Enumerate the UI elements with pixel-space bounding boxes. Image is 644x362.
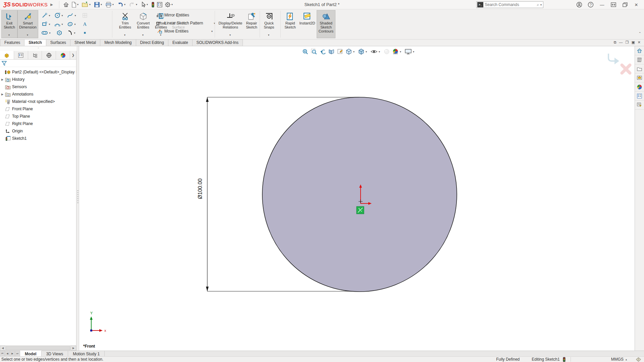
hide-show-items-button[interactable]: ▾ <box>370 48 381 55</box>
rapid-sketch-button[interactable]: Rapid Sketch <box>282 10 298 38</box>
expand-caret-icon[interactable]: ▶ <box>0 93 5 96</box>
new-document-button[interactable]: ▾ <box>70 1 81 9</box>
doc-minimize-icon[interactable]: — <box>619 40 623 45</box>
tab-motion-study-1[interactable]: Motion Study 1 <box>68 351 105 356</box>
tab-sketch[interactable]: Sketch <box>24 39 46 46</box>
design-library-button[interactable] <box>635 55 644 64</box>
restore-button[interactable] <box>620 1 630 9</box>
custom-properties-button[interactable] <box>635 92 644 101</box>
quick-snaps-button[interactable]: Quick Snaps ▾ <box>262 10 276 38</box>
dropdown-icon[interactable]: ▾ <box>142 33 144 37</box>
spline-tool-button[interactable]: ▾ <box>66 11 78 20</box>
annotation-views-button[interactable]: A <box>337 48 343 55</box>
help-button[interactable]: ? <box>586 1 596 9</box>
rectangle-tool-button[interactable]: ▾ <box>40 20 53 28</box>
arc-tool-button[interactable]: ▾ <box>53 20 66 28</box>
sketch-circle[interactable] <box>262 97 457 292</box>
panel-splitter[interactable] <box>76 46 79 351</box>
dropdown-icon[interactable]: ▾ <box>74 14 76 17</box>
search-icon[interactable]: ⌕ <box>537 2 539 7</box>
tab-3d-views[interactable]: 3D Views <box>42 351 68 356</box>
move-entities-button[interactable]: Move Entities ▾ <box>156 27 216 35</box>
dropdown-icon[interactable]: ▾ <box>27 33 28 37</box>
sketch-canvas[interactable]: Ø100.00 Y x <box>79 46 635 351</box>
home-button[interactable] <box>62 1 70 9</box>
ellipse-tool-button[interactable]: ▾ <box>66 20 78 28</box>
tree-item-material[interactable]: Material <not specified> <box>0 98 76 105</box>
dropdown-icon[interactable]: ▾ <box>61 23 63 26</box>
file-properties-button[interactable] <box>156 1 164 9</box>
tab-model[interactable]: Model <box>20 351 42 356</box>
dropdown-icon[interactable]: ▾ <box>61 14 63 17</box>
tree-item-origin[interactable]: Origin <box>0 127 76 135</box>
tab-featuremanager-tree[interactable] <box>0 51 14 59</box>
previous-view-button[interactable] <box>319 48 326 55</box>
dropdown-icon[interactable]: ▾ <box>49 23 50 26</box>
search-commands-box[interactable]: >_ ⌕ ▾ <box>476 1 543 8</box>
exit-sketch-button[interactable]: Exit Sketch ▾ <box>1 10 17 38</box>
panel-pin-icon[interactable]: ◦ <box>38 46 39 50</box>
tree-item-sketch1[interactable]: Sketch1 <box>0 135 76 142</box>
zoom-to-fit-button[interactable] <box>302 48 309 55</box>
tree-item-front-plane[interactable]: Front Plane <box>0 105 76 113</box>
sketch-picture-button[interactable] <box>78 11 91 20</box>
tab-scroll-first-icon[interactable]: ⏮ <box>0 351 5 356</box>
panel-horizontal-scrollbar[interactable]: ◀ ▶ <box>0 345 76 351</box>
relation-badge[interactable] <box>357 206 364 214</box>
filter-funnel-icon[interactable] <box>1 61 7 66</box>
tab-displaymanager[interactable] <box>56 51 70 59</box>
instant2d-button[interactable]: Instant2D <box>298 10 317 38</box>
splitter-grip[interactable] <box>77 190 78 204</box>
dropdown-icon[interactable]: ▾ <box>89 3 91 6</box>
dropdown-icon[interactable]: ▾ <box>353 50 355 53</box>
convert-entities-button[interactable]: Convert Entities ▾ <box>134 10 152 38</box>
slot-tool-button[interactable]: ▾ <box>40 28 53 37</box>
dropdown-icon[interactable]: ▾ <box>147 3 148 6</box>
doc-close-icon[interactable]: ✕ <box>638 40 641 45</box>
dropdown-icon[interactable]: ▾ <box>112 3 114 6</box>
options-button[interactable]: ▾ <box>164 1 175 9</box>
dimension-text[interactable]: Ø100.00 <box>197 178 203 199</box>
dropdown-icon[interactable]: ▾ <box>124 3 125 6</box>
section-view-button[interactable] <box>328 48 335 55</box>
units-dropdown-icon[interactable]: ▴ <box>626 358 627 361</box>
dropdown-icon[interactable]: ▾ <box>413 50 414 53</box>
cancel-sketch-icon[interactable] <box>622 65 630 73</box>
dropdown-icon[interactable]: ▾ <box>74 23 75 26</box>
tab-propertymanager[interactable] <box>14 51 28 59</box>
undo-button[interactable]: ▾ <box>116 1 128 9</box>
mirror-entities-button[interactable]: Mirror Entities <box>156 11 216 19</box>
repair-sketch-button[interactable]: Repair Sketch <box>244 10 260 38</box>
view-palette-button[interactable] <box>635 73 644 82</box>
polygon-tool-button[interactable] <box>53 28 66 37</box>
stretch-button[interactable] <box>608 1 619 9</box>
print-button[interactable]: ▾ <box>104 1 116 9</box>
view-settings-button[interactable]: ▾ <box>405 48 416 55</box>
linear-sketch-pattern-button[interactable]: Linear Sketch Pattern ▾ <box>156 19 216 27</box>
appearances-scenes-button[interactable] <box>635 82 644 92</box>
tab-scroll-left-icon[interactable]: ◀ <box>5 351 10 356</box>
dropdown-icon[interactable]: ▾ <box>211 30 213 33</box>
trim-entities-button[interactable]: Trim Entities ▾ <box>116 10 134 38</box>
expand-caret-icon[interactable]: ▶ <box>0 78 5 81</box>
select-button[interactable]: ▾ <box>140 1 150 9</box>
tab-dimxpertmanager[interactable] <box>42 51 56 59</box>
graphics-viewport[interactable]: Ø100.00 Y x <box>79 46 635 351</box>
tab-scroll-last-icon[interactable]: ⏭ <box>15 351 20 356</box>
tree-item-top-plane[interactable]: Top Plane <box>0 113 76 120</box>
tab-features[interactable]: Features <box>0 39 24 46</box>
scroll-right-icon[interactable]: ▶ <box>71 346 76 351</box>
doc-split-icon[interactable]: ⧉ <box>614 40 616 45</box>
open-button[interactable]: ▾ <box>81 1 93 9</box>
panel-tab-expand-icon[interactable]: ❯ <box>70 51 76 59</box>
taskpane-home-button[interactable] <box>635 46 644 55</box>
tree-item-right-plane[interactable]: Right Plane <box>0 120 76 127</box>
exit-sketch-corner-arrow[interactable] <box>614 58 619 64</box>
forum-button[interactable] <box>635 101 644 110</box>
display-delete-relations-button[interactable]: Display/Delete Relations ▾ <box>217 10 244 38</box>
tab-evaluate[interactable]: Evaluate <box>168 39 193 46</box>
ribbon-collapse-button[interactable]: ⌃ <box>639 32 641 35</box>
redo-button[interactable]: ▾ <box>128 1 140 9</box>
shaded-sketch-contours-button[interactable]: Shaded Sketch Contours <box>317 10 335 38</box>
tab-mesh-modeling[interactable]: Mesh Modeling <box>100 39 136 46</box>
